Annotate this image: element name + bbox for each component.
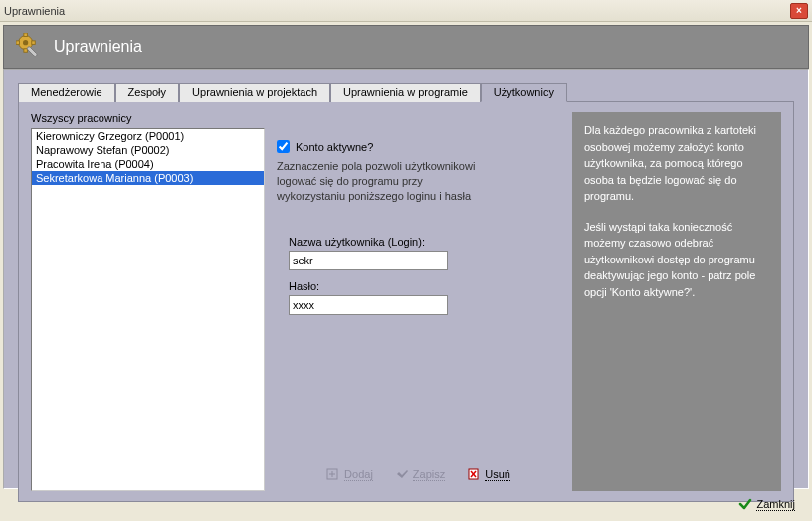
login-input[interactable] (289, 251, 448, 270)
delete-label: Usuń (485, 468, 510, 481)
account-description: Zaznaczenie pola pozwoli użytkownikowi l… (277, 159, 486, 204)
window-close-button[interactable]: × (790, 3, 808, 19)
password-input[interactable] (289, 295, 448, 315)
tab-panel-users: Wszyscy pracownicy Kierowniczy Grzegorz … (18, 101, 794, 502)
help-panel: Dla każdego pracownika z kartoteki osobo… (572, 112, 781, 491)
action-row: Dodaj Zapisz Usuń (277, 467, 560, 481)
svg-rect-6 (27, 46, 38, 57)
window-title: Uprawnienia (4, 5, 790, 17)
login-label: Nazwa użytkownika (Login): (289, 236, 560, 248)
svg-rect-2 (24, 33, 28, 37)
footer: Zamknij (3, 490, 809, 518)
list-item[interactable]: Sekretarkowa Marianna (P0003) (32, 171, 264, 185)
save-label: Zapisz (413, 468, 445, 481)
tab-project-perms[interactable]: Uprawnienia w projektach (179, 83, 330, 102)
add-button[interactable]: Dodaj (326, 467, 373, 481)
svg-rect-3 (24, 49, 28, 53)
tabs-row: Menedżerowie Zespoły Uprawnienia w proje… (18, 82, 794, 101)
account-column: Konto aktywne? Zaznaczenie pola pozwoli … (277, 112, 560, 491)
content-area: Menedżerowie Zespoły Uprawnienia w proje… (3, 69, 809, 489)
close-icon: × (796, 5, 802, 16)
tab-teams[interactable]: Zespoły (115, 83, 180, 102)
account-active-label[interactable]: Konto aktywne? (296, 141, 373, 153)
add-icon (326, 467, 340, 481)
window: Uprawnienia × Uprawnienia Menedżerowie (0, 0, 812, 521)
list-item[interactable]: Naprawowy Stefan (P0002) (32, 143, 264, 157)
svg-point-1 (23, 40, 28, 45)
list-item[interactable]: Kierowniczy Grzegorz (P0001) (32, 129, 264, 143)
help-paragraph-1: Dla każdego pracownika z kartoteki osobo… (584, 122, 769, 205)
titlebar: Uprawnienia × (0, 0, 812, 22)
svg-rect-4 (16, 41, 20, 45)
delete-button[interactable]: Usuń (467, 467, 510, 481)
employees-column: Wszyscy pracownicy Kierowniczy Grzegorz … (31, 112, 265, 491)
header-band: Uprawnienia (3, 25, 809, 69)
tab-users[interactable]: Użytkownicy (481, 83, 567, 102)
save-icon (395, 467, 409, 481)
tab-program-perms[interactable]: Uprawnienia w programie (330, 83, 481, 102)
header-title: Uprawnienia (54, 38, 142, 56)
password-label: Hasło: (289, 280, 560, 292)
close-button[interactable]: Zamknij (738, 497, 795, 511)
gear-wrench-icon (16, 33, 44, 61)
close-label: Zamknij (756, 498, 795, 511)
delete-icon (467, 467, 481, 481)
list-item[interactable]: Pracowita Irena (P0004) (32, 157, 264, 171)
check-icon (738, 497, 752, 511)
save-button[interactable]: Zapisz (395, 467, 445, 481)
svg-rect-5 (32, 41, 36, 45)
tab-managers[interactable]: Menedżerowie (18, 83, 115, 102)
account-active-checkbox[interactable] (277, 140, 290, 153)
employees-listbox[interactable]: Kierowniczy Grzegorz (P0001)Naprawowy St… (31, 128, 265, 491)
employees-heading: Wszyscy pracownicy (31, 112, 265, 124)
add-label: Dodaj (344, 468, 373, 481)
help-paragraph-2: Jeśli wystąpi taka konieczność możemy cz… (584, 219, 769, 301)
